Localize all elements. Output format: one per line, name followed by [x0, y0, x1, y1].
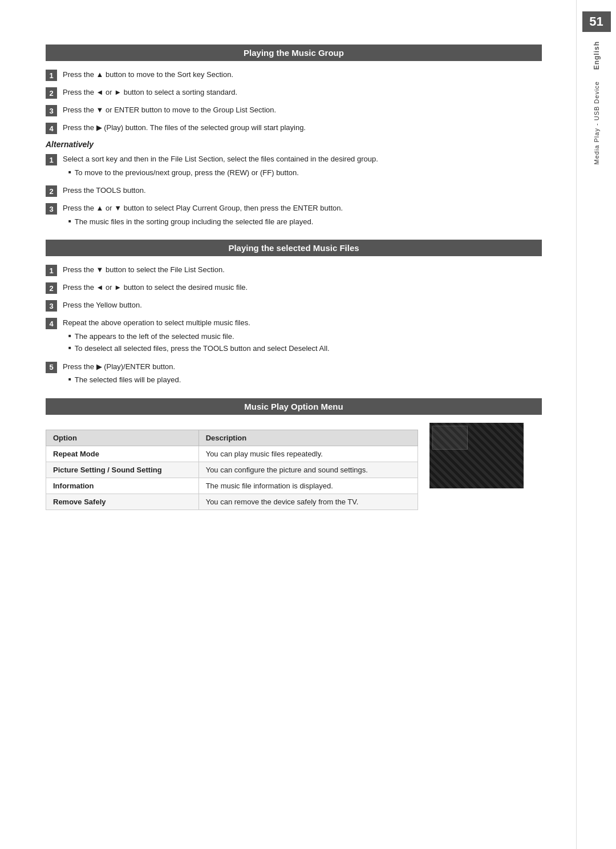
step-2-3: 3 Press the Yellow button. — [46, 300, 542, 312]
step-number: 2 — [46, 185, 57, 197]
section2-title: Playing the selected Music Files — [228, 243, 359, 253]
step-text: Repeat the above operation to select mul… — [63, 318, 250, 327]
section3-title: Music Play Option Menu — [244, 402, 343, 411]
step-text: Press the TOOLS button. — [63, 186, 146, 195]
step-2-4: 4 Repeat the above operation to select m… — [46, 317, 542, 355]
step-number: 1 — [46, 265, 57, 276]
option-cell: Repeat Mode — [46, 446, 199, 462]
step-content: Press the ▲ button to move to the Sort k… — [63, 69, 542, 80]
page-number: 51 — [582, 11, 611, 32]
bullet-text: The selected files will be played. — [75, 374, 181, 386]
step-2-1: 1 Press the ▼ button to select the File … — [46, 264, 542, 276]
step-text: Press the Yellow button. — [63, 301, 142, 309]
step-text: Press the ▼ or ENTER button to move to t… — [63, 106, 276, 114]
step-content: Press the ▲ or ▼ button to select Play C… — [63, 203, 542, 228]
section2-header: Playing the selected Music Files — [46, 240, 542, 256]
step-1-2: 2 Press the ◄ or ► button to select a so… — [46, 87, 542, 99]
option-cell: Picture Setting / Sound Setting — [46, 462, 199, 478]
step-content: Press the ▼ button to select the File Li… — [63, 264, 542, 276]
page-container: Playing the Music Group 1 Press the ▲ bu… — [0, 0, 616, 849]
step-content: Press the ▶ (Play)/ENTER button. The sel… — [63, 361, 542, 387]
step-number: 1 — [46, 70, 57, 81]
sidebar-english-label: English — [593, 41, 601, 70]
bullet-item: The selected files will be played. — [68, 374, 542, 386]
step-number: 2 — [46, 282, 57, 294]
step-text: Press the ▶ (Play)/ENTER button. — [63, 362, 175, 371]
description-cell: The music file information is displayed. — [198, 478, 418, 494]
preview-image-inner — [429, 423, 524, 488]
step-number: 3 — [46, 203, 57, 215]
step-number: 5 — [46, 362, 57, 373]
option-cell: Information — [46, 478, 199, 494]
bullet-text: To deselect all selected files, press th… — [75, 343, 330, 354]
section1-title: Playing the Music Group — [244, 48, 344, 58]
step-1-3: 3 Press the ▼ or ENTER button to move to… — [46, 104, 542, 116]
alt-step-2: 2 Press the TOOLS button. — [46, 185, 542, 197]
table-row: Picture Setting / Sound Setting You can … — [46, 462, 418, 478]
step-1-4: 4 Press the ▶ (Play) button. The files o… — [46, 122, 542, 134]
step-text: Press the ▲ button to move to the Sort k… — [63, 70, 233, 79]
step-number: 1 — [46, 154, 57, 165]
description-cell: You can configure the picture and sound … — [198, 462, 418, 478]
step-text: Select a sort key and then in the File L… — [63, 155, 378, 163]
step-content: Press the Yellow button. — [63, 300, 542, 311]
step-number: 3 — [46, 105, 57, 116]
table-wrapper: Option Description Repeat Mode You can p — [46, 423, 542, 510]
table-row: Remove Safely You can remove the device … — [46, 494, 418, 510]
step-content: Press the TOOLS button. — [63, 185, 542, 196]
bullet-item: To move to the previous/next group, pres… — [68, 167, 542, 179]
description-cell: You can remove the device safely from th… — [198, 494, 418, 510]
step-2-2: 2 Press the ◄ or ► button to select the … — [46, 282, 542, 294]
step-bullets: The selected files will be played. — [63, 374, 542, 386]
step-number: 2 — [46, 87, 57, 99]
step-number: 3 — [46, 300, 57, 312]
step-text: Press the ▲ or ▼ button to select Play C… — [63, 204, 343, 212]
preview-image — [429, 423, 524, 488]
step-number: 4 — [46, 318, 57, 329]
step-text: Press the ▼ button to select the File Li… — [63, 265, 225, 274]
bullet-item: To deselect all selected files, press th… — [68, 343, 542, 354]
step-text: Press the ◄ or ► button to select the de… — [63, 283, 248, 292]
step-text: Press the ▶ (Play) button. The files of … — [63, 123, 306, 132]
step-bullets: To move to the previous/next group, pres… — [63, 167, 542, 179]
col-header-description: Description — [198, 430, 418, 446]
bullet-item: The music files in the sorting group inc… — [68, 216, 542, 228]
step-content: Repeat the above operation to select mul… — [63, 317, 542, 355]
bullet-item: The appears to the left of the selected … — [68, 331, 542, 342]
description-cell: You can play music files repeatedly. — [198, 446, 418, 462]
option-table: Option Description Repeat Mode You can p — [46, 430, 418, 510]
bullet-text: The appears to the left of the selected … — [75, 331, 234, 342]
alternatively-header: Alternatively — [46, 140, 542, 149]
col-header-option: Option — [46, 430, 199, 446]
sidebar-media-label: Media Play - USB Device — [593, 81, 600, 165]
section3-header: Music Play Option Menu — [46, 398, 542, 415]
option-cell: Remove Safely — [46, 494, 199, 510]
main-content: Playing the Music Group 1 Press the ▲ bu… — [0, 0, 576, 849]
table-row: Information The music file information i… — [46, 478, 418, 494]
step-number: 4 — [46, 123, 57, 134]
step-bullets: The music files in the sorting group inc… — [63, 216, 542, 228]
step-text: Press the ◄ or ► button to select a sort… — [63, 88, 237, 96]
table-row: Repeat Mode You can play music files rep… — [46, 446, 418, 462]
step-1-1: 1 Press the ▲ button to move to the Sort… — [46, 69, 542, 81]
section1-header: Playing the Music Group — [46, 45, 542, 61]
step-bullets: The appears to the left of the selected … — [63, 331, 542, 354]
alt-step-1: 1 Select a sort key and then in the File… — [46, 153, 542, 179]
step-content: Press the ◄ or ► button to select the de… — [63, 282, 542, 293]
bullet-text: The music files in the sorting group inc… — [75, 216, 313, 228]
step-content: Select a sort key and then in the File L… — [63, 153, 542, 179]
step-content: Press the ◄ or ► button to select a sort… — [63, 87, 542, 98]
step-content: Press the ▼ or ENTER button to move to t… — [63, 104, 542, 116]
step-2-5: 5 Press the ▶ (Play)/ENTER button. The s… — [46, 361, 542, 387]
step-content: Press the ▶ (Play) button. The files of … — [63, 122, 542, 134]
bullet-text: To move to the previous/next group, pres… — [75, 167, 299, 179]
right-sidebar: 51 English Media Play - USB Device — [576, 0, 616, 849]
alt-step-3: 3 Press the ▲ or ▼ button to select Play… — [46, 203, 542, 228]
